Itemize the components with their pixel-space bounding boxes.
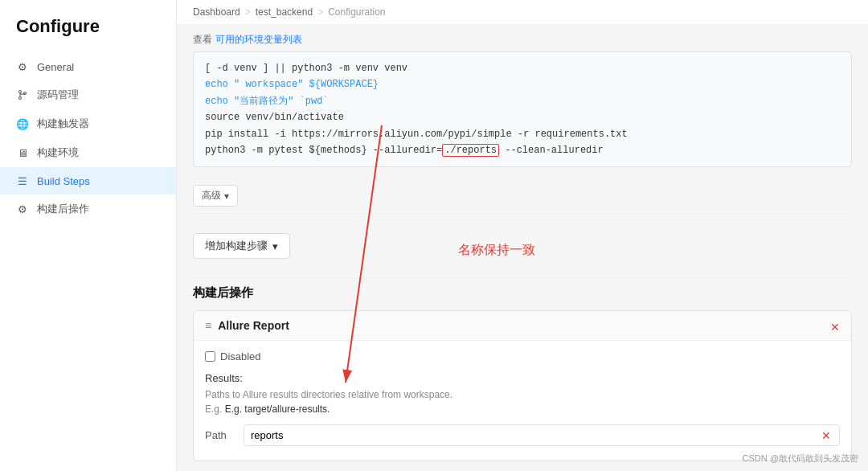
dropdown-arrow-icon: ▾ (272, 240, 278, 252)
code-line-5: pip install -i https://mirrors.aliyun.co… (205, 126, 840, 142)
add-step-button[interactable]: 增加构建步骤 ▾ (193, 233, 290, 259)
branch-icon (16, 88, 29, 101)
watermark: CSDN @敢代码敢到头发茂密 (743, 453, 858, 465)
path-row: Path ✕ (205, 424, 840, 446)
path-label: Path (205, 429, 237, 441)
sidebar-item-env[interactable]: 🖥 构建环境 (0, 138, 176, 167)
drag-icon: ≡ (205, 319, 211, 332)
svg-point-0 (19, 91, 22, 93)
post-build-section: 构建后操作 ≡ Allure Report ✕ Disabled Results… (193, 285, 852, 461)
results-example: E.g. target/allure-results. (225, 403, 330, 415)
divider-1 (193, 213, 852, 214)
sidebar-item-label: 构建触发器 (37, 117, 89, 131)
disabled-row: Disabled (205, 350, 840, 362)
env-vars-link[interactable]: 可用的环境变量列表 (215, 33, 302, 47)
sidebar-title: Configure (0, 8, 176, 53)
sidebar-item-build-steps[interactable]: ☰ Build Steps (0, 167, 176, 195)
code-block: [ -d venv ] || python3 -m venv venv echo… (193, 51, 852, 167)
monitor-icon: 🖥 (16, 146, 29, 159)
chevron-down-icon: ▾ (224, 190, 229, 202)
sidebar-item-source[interactable]: 源码管理 (0, 80, 176, 109)
sidebar-item-label: Build Steps (37, 175, 90, 187)
path-input[interactable] (244, 425, 817, 445)
code-line-3: echo "当前路径为" `pwd` (205, 93, 840, 109)
allure-card-body: Disabled Results: Paths to Allure result… (194, 341, 851, 461)
divider-2 (193, 278, 852, 279)
reports-highlight: ./reports (442, 144, 499, 157)
sidebar-item-post-build[interactable]: ⚙ 构建后操作 (0, 195, 176, 223)
main-content: Dashboard > test_backend > Configuration… (177, 0, 868, 471)
list-icon: ☰ (16, 174, 29, 187)
allure-card-header: ≡ Allure Report ✕ (194, 311, 851, 341)
path-input-wrapper: ✕ (244, 424, 840, 446)
breadcrumb: Dashboard > test_backend > Configuration (177, 0, 868, 25)
sidebar-item-label: 构建环境 (37, 145, 79, 160)
code-line-2: echo " workspace" ${WORKSPACE} (205, 76, 840, 92)
disabled-label: Disabled (220, 350, 261, 362)
disabled-checkbox[interactable] (205, 351, 215, 362)
allure-title: Allure Report (218, 319, 289, 332)
results-desc: Paths to Allure results directories rela… (205, 387, 840, 416)
code-line-4: source venv/bin/activate (205, 109, 840, 125)
advanced-toggle-button[interactable]: 高级 ▾ (193, 185, 238, 207)
sidebar-item-label: 源码管理 (37, 88, 79, 102)
path-delete-button[interactable]: ✕ (817, 428, 836, 444)
breadcrumb-backend[interactable]: test_backend (256, 6, 313, 18)
post-build-title: 构建后操作 (193, 285, 852, 301)
sidebar-item-label: General (37, 61, 74, 73)
section-header: 查看 可用的环境变量列表 (193, 33, 852, 47)
advanced-section: 高级 ▾ (193, 175, 852, 207)
globe-icon: 🌐 (16, 117, 29, 130)
breadcrumb-current: Configuration (328, 6, 385, 18)
gear2-icon: ⚙ (16, 203, 29, 215)
content-area: 查看 可用的环境变量列表 [ -d venv ] || python3 -m v… (177, 25, 868, 471)
allure-card: ≡ Allure Report ✕ Disabled Results: Path… (193, 310, 852, 461)
breadcrumb-dashboard[interactable]: Dashboard (193, 6, 240, 18)
sidebar-item-label: 构建后操作 (37, 202, 89, 216)
sidebar-item-triggers[interactable]: 🌐 构建触发器 (0, 109, 176, 138)
results-label: Results: (205, 372, 840, 384)
code-line-1: [ -d venv ] || python3 -m venv venv (205, 60, 840, 76)
allure-card-close-button[interactable]: ✕ (827, 319, 843, 335)
gear-icon: ⚙ (16, 60, 29, 73)
sidebar-item-general[interactable]: ⚙ General (0, 53, 176, 80)
annotation-text: 名称保持一致 (458, 242, 535, 259)
svg-point-1 (19, 97, 22, 100)
sidebar: Configure ⚙ General 源码管理 🌐 构建触发器 🖥 构建环境 … (0, 0, 177, 471)
code-line-6: python3 -m pytest ${methods} --alluredir… (205, 142, 840, 158)
code-section: 查看 可用的环境变量列表 [ -d venv ] || python3 -m v… (193, 33, 852, 167)
